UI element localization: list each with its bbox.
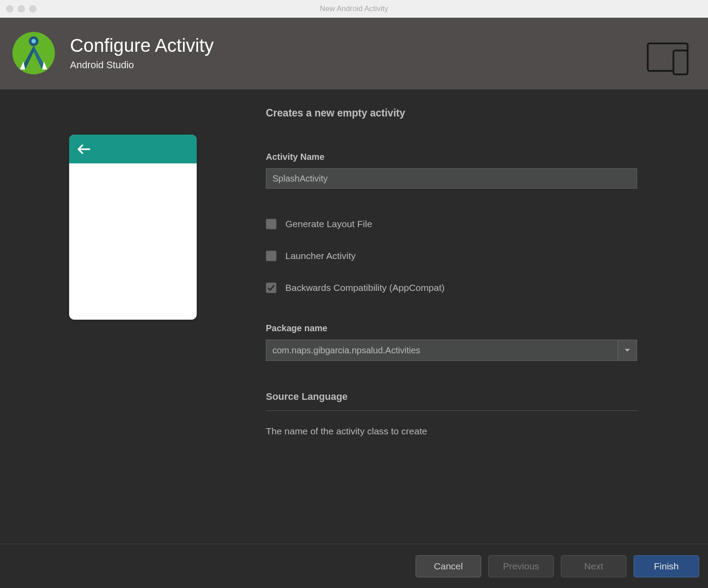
- header-text: Configure Activity Android Studio: [70, 35, 696, 71]
- close-window-button[interactable]: [6, 5, 13, 12]
- svg-point-1: [31, 39, 36, 43]
- package-name-dropdown-button[interactable]: [618, 340, 637, 361]
- next-button[interactable]: Next: [561, 555, 626, 577]
- footer: Cancel Previous Next Finish: [0, 544, 708, 588]
- generate-layout-group: Generate Layout File: [266, 219, 637, 229]
- form-column: Creates a new empty activity Activity Na…: [266, 107, 708, 527]
- backwards-compat-label: Backwards Compatibility (AppCompat): [285, 282, 444, 293]
- phone-preview-appbar: [69, 135, 197, 163]
- launcher-activity-group: Launcher Activity: [266, 251, 637, 261]
- source-language-label: Source Language: [266, 391, 637, 402]
- generate-layout-label: Generate Layout File: [285, 219, 372, 229]
- activity-name-input[interactable]: [266, 168, 637, 189]
- previous-button[interactable]: Previous: [488, 555, 554, 577]
- generate-layout-checkbox[interactable]: [266, 219, 276, 229]
- zoom-window-button[interactable]: [29, 5, 36, 12]
- activity-preview-column: [0, 107, 266, 527]
- svg-rect-3: [673, 50, 688, 74]
- launcher-activity-label: Launcher Activity: [285, 251, 356, 261]
- page-title: Configure Activity: [70, 35, 696, 56]
- form-description: Creates a new empty activity: [266, 107, 637, 119]
- package-name-input[interactable]: [266, 340, 618, 361]
- cancel-button[interactable]: Cancel: [416, 555, 481, 577]
- titlebar: New Android Activity: [0, 0, 708, 18]
- package-name-group: Package name: [266, 323, 637, 361]
- source-language-group: Source Language The name of the activity…: [266, 391, 637, 437]
- chevron-down-icon: [624, 348, 630, 352]
- android-studio-logo-icon: [12, 32, 55, 74]
- content: Creates a new empty activity Activity Na…: [0, 89, 708, 527]
- activity-name-group: Activity Name: [266, 152, 637, 189]
- backwards-compat-group: Backwards Compatibility (AppCompat): [266, 282, 637, 293]
- helper-text: The name of the activity class to create: [266, 426, 637, 437]
- window-title: New Android Activity: [0, 4, 708, 13]
- phone-preview-icon: [647, 43, 695, 77]
- launcher-activity-checkbox[interactable]: [266, 251, 276, 261]
- activity-name-label: Activity Name: [266, 152, 637, 162]
- header: Configure Activity Android Studio: [0, 18, 708, 89]
- backwards-compat-checkbox[interactable]: [266, 282, 276, 293]
- package-name-label: Package name: [266, 323, 637, 333]
- phone-preview: [69, 135, 197, 320]
- minimize-window-button[interactable]: [18, 5, 25, 12]
- page-subtitle: Android Studio: [70, 59, 696, 71]
- divider: [266, 410, 637, 411]
- finish-button[interactable]: Finish: [634, 555, 699, 577]
- traffic-lights: [0, 5, 36, 12]
- back-arrow-icon: [77, 144, 90, 155]
